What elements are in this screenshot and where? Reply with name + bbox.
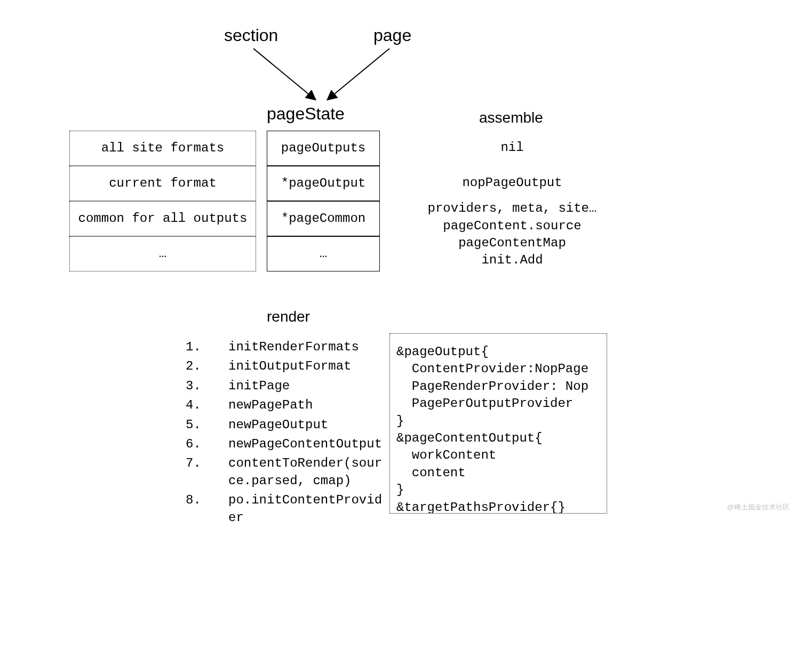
diagram-canvas: section page pageState assemble all site…	[0, 0, 796, 672]
step-text: newPagePath	[228, 397, 388, 414]
pagestate-desc-2: common for all outputs	[69, 201, 256, 236]
cell-text: *pageOutput	[281, 175, 365, 192]
step-text: po.initContentProvider	[228, 492, 388, 526]
label-section: section	[224, 26, 278, 45]
step-text: initPage	[228, 378, 388, 395]
render-step: 4.newPagePath	[186, 397, 388, 414]
title-pagestate: pageState	[267, 104, 345, 124]
pagestate-field-1: *pageOutput	[267, 166, 380, 201]
label-page: page	[373, 26, 411, 45]
cell-text: common for all outputs	[78, 210, 248, 227]
cell-text: pageOutputs	[281, 140, 365, 157]
step-text: newPageOutput	[228, 417, 388, 434]
pagestate-field-3: …	[267, 236, 380, 271]
svg-line-1	[328, 49, 389, 99]
pagestate-desc-0: all site formats	[69, 131, 256, 166]
svg-line-0	[253, 49, 315, 99]
step-number: 5.	[186, 417, 228, 434]
cell-text: nopPageOutput	[462, 174, 562, 191]
render-step: 2.initOutputFormat	[186, 358, 388, 375]
render-step: 8.po.initContentProvider	[186, 492, 388, 526]
cell-text: …	[159, 245, 166, 262]
assemble-val-0: nil	[405, 131, 619, 165]
render-steps-list: 1.initRenderFormats 2.initOutputFormat 3…	[186, 339, 388, 529]
assemble-val-1: nopPageOutput	[405, 166, 619, 200]
struct-code-box: &pageOutput{ ContentProvider:NopPage Pag…	[389, 333, 607, 514]
cell-text: providers, meta, site… pageContent.sourc…	[428, 200, 597, 269]
render-step: 1.initRenderFormats	[186, 339, 388, 356]
render-step: 5.newPageOutput	[186, 417, 388, 434]
step-number: 7.	[186, 455, 228, 490]
cell-text: all site formats	[101, 140, 224, 157]
step-text: initOutputFormat	[228, 358, 388, 375]
cell-text: current format	[109, 175, 217, 192]
step-number: 6.	[186, 436, 228, 453]
step-number: 4.	[186, 397, 228, 414]
render-step: 6.newPageContentOutput	[186, 436, 388, 453]
cell-text: *pageCommon	[281, 210, 365, 227]
step-number: 1.	[186, 339, 228, 356]
cell-text: …	[320, 245, 327, 262]
arrows-to-pagestate	[224, 46, 405, 105]
pagestate-field-0: pageOutputs	[267, 131, 380, 166]
struct-code: &pageOutput{ ContentProvider:NopPage Pag…	[396, 343, 597, 514]
step-number: 8.	[186, 492, 228, 526]
title-render: render	[267, 308, 310, 325]
pagestate-desc-3: …	[69, 236, 256, 271]
step-number: 2.	[186, 358, 228, 375]
render-step: 7.contentToRender(source.parsed, cmap)	[186, 455, 388, 490]
step-number: 3.	[186, 378, 228, 395]
pagestate-desc-1: current format	[69, 166, 256, 201]
step-text: newPageContentOutput	[228, 436, 388, 453]
render-step: 3.initPage	[186, 378, 388, 395]
step-text: initRenderFormats	[228, 339, 388, 356]
watermark: @稀土掘金技术社区	[727, 502, 790, 512]
cell-text: nil	[500, 139, 523, 156]
title-assemble: assemble	[479, 109, 543, 126]
assemble-val-2: providers, meta, site… pageContent.sourc…	[405, 197, 619, 272]
step-text: contentToRender(source.parsed, cmap)	[228, 455, 388, 490]
pagestate-field-2: *pageCommon	[267, 201, 380, 236]
